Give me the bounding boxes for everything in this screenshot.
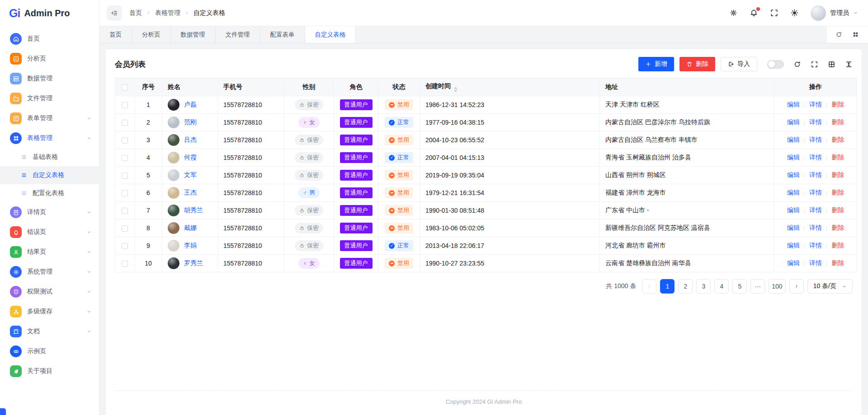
row-checkbox[interactable] [122,137,128,144]
detail-link[interactable]: 详情 [809,154,822,162]
table-grid-button[interactable] [828,61,835,68]
row-checkbox[interactable] [122,243,128,249]
sort-icon[interactable] [454,87,458,92]
user-menu[interactable]: 管理员 [811,5,858,21]
detail-link[interactable]: 详情 [809,242,822,250]
member-name-link[interactable]: 文军 [184,171,197,179]
detail-link[interactable]: 详情 [809,171,822,179]
corner-accent[interactable] [0,408,6,415]
row-checkbox[interactable] [122,225,128,232]
edit-link[interactable]: 编辑 [787,154,800,162]
page-button[interactable]: 2 [678,279,693,294]
sidebar-item-system[interactable]: 系统管理 [0,262,99,282]
add-button[interactable]: 新增 [638,57,674,71]
sidebar-collapse-button[interactable] [107,5,122,21]
detail-link[interactable]: 详情 [809,136,822,144]
member-name-link[interactable]: 罗秀兰 [184,259,203,267]
page-ellipsis[interactable]: ··· [750,279,765,294]
delete-link[interactable]: 删除 [831,171,844,179]
page-button[interactable]: 100 [769,279,785,294]
tab[interactable]: 文件管理 [216,26,260,43]
refresh-icon[interactable] [835,31,842,38]
page-size-select[interactable]: 10 条/页 [807,279,853,294]
row-checkbox[interactable] [122,208,128,214]
sidebar-item-permission[interactable]: 权限测试 [0,282,99,302]
member-name-link[interactable]: 何霞 [184,154,197,162]
sidebar-subitem[interactable]: 自定义表格 [0,166,99,184]
refresh-button[interactable] [793,61,801,68]
member-name-link[interactable]: 王杰 [184,189,197,197]
edit-link[interactable]: 编辑 [787,242,800,250]
row-checkbox[interactable] [122,102,128,108]
row-checkbox[interactable] [122,173,128,179]
edit-link[interactable]: 编辑 [787,101,800,109]
page-button[interactable]: 3 [696,279,711,294]
select-all-checkbox[interactable] [122,84,128,91]
delete-link[interactable]: 删除 [831,101,844,109]
sidebar-item-file[interactable]: 文件管理 [0,89,99,108]
member-name-link[interactable]: 吕杰 [184,136,197,144]
member-name-link[interactable]: 戴娜 [184,224,197,232]
detail-link[interactable]: 详情 [809,101,822,109]
delete-link[interactable]: 删除 [831,189,844,197]
sidebar-item-example[interactable]: 示例页 [0,341,99,361]
row-checkbox[interactable] [122,261,128,267]
delete-link[interactable]: 删除 [831,118,844,126]
edit-link[interactable]: 编辑 [787,259,800,267]
import-button[interactable]: 导入 [721,57,757,71]
theme-icon[interactable] [790,9,799,17]
sidebar-item-form[interactable]: 表单管理 [0,108,99,128]
edit-link[interactable]: 编辑 [787,189,800,197]
delete-link[interactable]: 删除 [831,154,844,162]
detail-link[interactable]: 详情 [809,224,822,232]
sidebar-subitem[interactable]: 配置化表格 [0,184,99,202]
page-button[interactable]: 4 [714,279,729,294]
page-button[interactable]: 5 [732,279,747,294]
tab[interactable]: 首页 [99,26,132,43]
member-name-link[interactable]: 李娟 [184,242,197,250]
breadcrumb-item[interactable]: 表格管理 [155,9,180,17]
breadcrumb-item[interactable]: 自定义表格 [193,9,225,17]
sidebar-subitem[interactable]: 基础表格 [0,148,99,166]
tab[interactable]: 配置表单 [260,26,305,43]
sidebar-item-cache[interactable]: 多级缓存 [0,302,99,322]
sidebar-item-table[interactable]: 表格管理 [0,128,99,148]
edit-link[interactable]: 编辑 [787,136,800,144]
member-name-link[interactable]: 范刚 [184,118,197,126]
tab[interactable]: 分析页 [132,26,171,43]
tab[interactable]: 数据管理 [171,26,216,43]
apps-grid-icon[interactable] [852,31,859,38]
breadcrumb-item[interactable]: 首页 [129,9,142,17]
delete-button[interactable]: 删除 [679,57,715,71]
edit-link[interactable]: 编辑 [787,206,800,214]
sidebar-item-error[interactable]: 错误页 [0,222,99,242]
delete-link[interactable]: 删除 [831,259,844,267]
detail-link[interactable]: 详情 [809,189,822,197]
detail-link[interactable]: 详情 [809,259,822,267]
sidebar-item-result[interactable]: 结果页 [0,242,99,262]
sidebar-item-about[interactable]: 关于项目 [0,361,99,381]
edit-link[interactable]: 编辑 [787,118,800,126]
fullscreen-button[interactable] [811,61,818,68]
sidebar-item-data[interactable]: 数据管理 [0,69,99,89]
row-checkbox[interactable] [122,190,128,196]
settings-icon[interactable] [729,9,738,17]
delete-link[interactable]: 删除 [831,224,844,232]
edit-link[interactable]: 编辑 [787,171,800,179]
notification-icon[interactable] [750,9,758,17]
member-name-link[interactable]: 卢磊 [184,101,197,109]
member-name-link[interactable]: 胡秀兰 [184,206,203,214]
fullscreen-icon[interactable] [770,9,778,17]
row-checkbox[interactable] [122,120,128,126]
sidebar-item-detail[interactable]: 详情页 [0,202,99,222]
sidebar-item-home[interactable]: 首页 [0,29,99,49]
sidebar-item-analysis[interactable]: 分析页 [0,49,99,69]
delete-link[interactable]: 删除 [831,206,844,214]
stripe-switch[interactable] [767,60,784,69]
tab[interactable]: 自定义表格 [305,26,356,43]
edit-link[interactable]: 编辑 [787,224,800,232]
row-height-button[interactable] [845,61,853,68]
delete-link[interactable]: 删除 [831,242,844,250]
row-checkbox[interactable] [122,155,128,161]
sidebar-item-docs[interactable]: 文档 [0,322,99,341]
